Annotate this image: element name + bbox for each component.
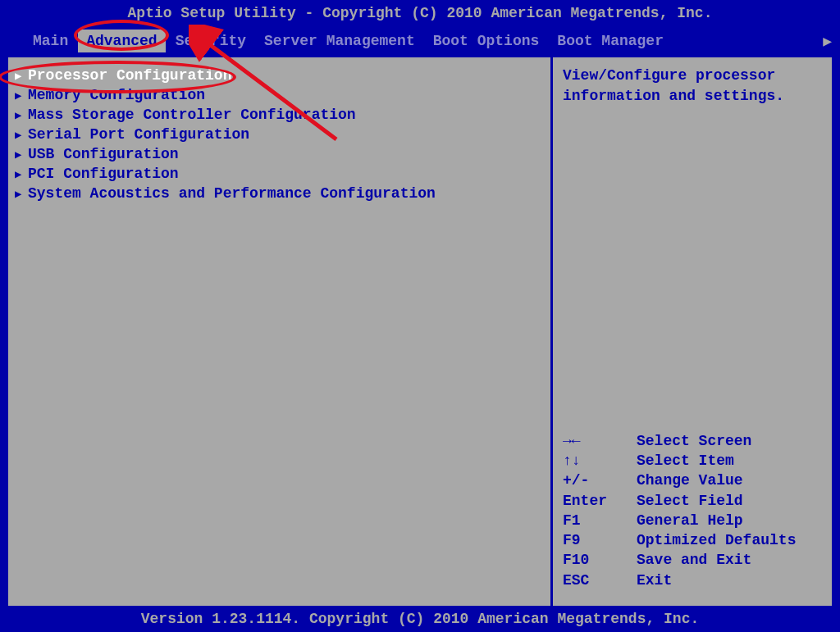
key-hint-change-value: +/- Change Value [563, 471, 822, 490]
key-label: F9 [563, 530, 637, 550]
key-label: F1 [563, 511, 637, 530]
menu-item-serial-port-config[interactable]: ▶ Serial Port Configuration [15, 125, 544, 144]
menu-item-usb-config[interactable]: ▶ USB Configuration [15, 144, 544, 164]
main-panel: ▶ Processor Configuration ▶ Memory Confi… [8, 57, 553, 615]
tab-server-management[interactable]: Server Management [256, 30, 423, 52]
menu-label: Memory Configuration [28, 87, 205, 103]
key-action: Exit [637, 571, 672, 590]
key-label: ESC [563, 571, 637, 590]
menu-label: System Acoustics and Performance Configu… [28, 185, 436, 202]
menu-item-acoustics-perf-config[interactable]: ▶ System Acoustics and Performance Confi… [15, 184, 544, 203]
menu-item-mass-storage-config[interactable]: ▶ Mass Storage Controller Configuration [15, 105, 544, 125]
key-action: General Help [637, 511, 743, 530]
tab-boot-manager[interactable]: Boot Manager [549, 30, 672, 52]
footer-version: Version 1.23.1114. Copyright (C) 2010 Am… [0, 606, 840, 632]
content-area: ▶ Processor Configuration ▶ Memory Confi… [7, 57, 833, 615]
key-label: Enter [563, 491, 637, 511]
submenu-arrow-icon: ▶ [15, 187, 28, 201]
key-hint-select-screen: →← Select Screen [563, 431, 822, 451]
key-action: Change Value [637, 471, 743, 490]
next-tab-arrow-icon[interactable]: ▶ [823, 32, 832, 50]
menu-label: PCI Configuration [28, 166, 179, 182]
tab-advanced[interactable]: Advanced [78, 30, 165, 52]
tab-main[interactable]: Main [25, 30, 76, 52]
tab-boot-options[interactable]: Boot Options [425, 30, 548, 52]
submenu-arrow-icon: ▶ [15, 167, 28, 181]
key-hint-exit: ESC Exit [563, 571, 822, 590]
key-action: Select Screen [637, 431, 751, 451]
menu-label: Mass Storage Controller Configuration [28, 107, 356, 123]
side-panel: View/Configure processor information and… [553, 57, 832, 615]
menu-item-pci-config[interactable]: ▶ PCI Configuration [15, 164, 544, 184]
key-action: Save and Exit [637, 550, 751, 570]
tab-bar: Main Advanced Security Server Management… [0, 26, 840, 57]
header-title: Aptio Setup Utility - Copyright (C) 2010… [0, 0, 840, 26]
menu-label: USB Configuration [28, 146, 179, 162]
key-action: Optimized Defaults [637, 530, 796, 550]
submenu-arrow-icon: ▶ [15, 69, 28, 83]
key-hint-general-help: F1 General Help [563, 511, 822, 530]
submenu-arrow-icon: ▶ [15, 108, 28, 122]
submenu-arrow-icon: ▶ [15, 148, 28, 161]
key-hint-select-item: ↑↓ Select Item [563, 451, 822, 471]
key-hint-save-exit: F10 Save and Exit [563, 550, 822, 570]
menu-label: Serial Port Configuration [28, 126, 249, 143]
tab-security[interactable]: Security [167, 30, 254, 52]
key-label: +/- [563, 471, 637, 490]
key-label: →← [563, 431, 637, 451]
submenu-arrow-icon: ▶ [15, 128, 28, 142]
help-text: View/Configure processor information and… [563, 66, 822, 107]
key-hint-optimized-defaults: F9 Optimized Defaults [563, 530, 822, 550]
key-action: Select Field [637, 491, 743, 511]
key-action: Select Item [637, 451, 734, 471]
submenu-arrow-icon: ▶ [15, 89, 28, 102]
key-label: ↑↓ [563, 451, 637, 471]
menu-item-processor-config[interactable]: ▶ Processor Configuration [15, 66, 544, 85]
key-label: F10 [563, 550, 637, 570]
key-hint-select-field: Enter Select Field [563, 491, 822, 511]
menu-item-memory-config[interactable]: ▶ Memory Configuration [15, 85, 544, 105]
key-hints: →← Select Screen ↑↓ Select Item +/- Chan… [563, 431, 822, 590]
menu-label: Processor Configuration [28, 67, 231, 84]
